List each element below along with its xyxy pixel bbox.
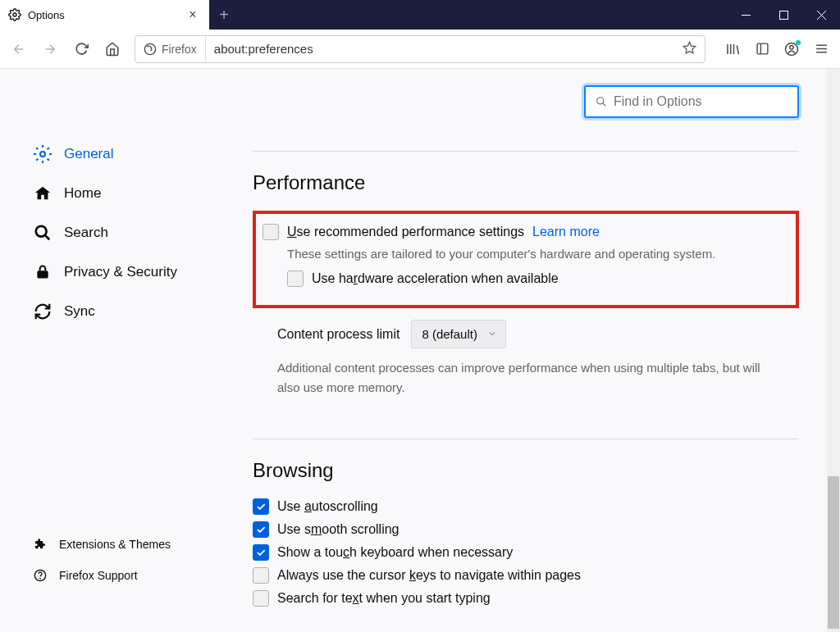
search-icon <box>33 223 52 243</box>
scrollbar-thumb[interactable] <box>828 476 839 629</box>
browsing-label: Always use the cursor keys to navigate w… <box>277 568 581 583</box>
svg-point-11 <box>40 578 41 579</box>
help-icon <box>33 568 48 583</box>
recommended-perf-checkbox[interactable] <box>262 224 279 240</box>
back-button[interactable] <box>5 35 33 63</box>
library-button[interactable] <box>719 35 746 63</box>
sidebar-item-label: Extensions & Themes <box>59 538 171 551</box>
svg-point-6 <box>790 45 794 49</box>
identity-box[interactable]: Firefox <box>135 36 206 62</box>
sidebar-extensions[interactable]: Extensions & Themes <box>33 529 213 560</box>
gear-icon <box>33 144 52 164</box>
performance-heading: Performance <box>253 171 799 194</box>
content-limit-select[interactable]: 8 (default) <box>411 320 506 348</box>
browsing-checkbox-4[interactable] <box>253 590 269 607</box>
divider <box>253 151 799 152</box>
svg-rect-9 <box>37 271 48 278</box>
app-menu-button[interactable] <box>807 35 835 63</box>
new-tab-button[interactable]: + <box>209 0 239 30</box>
svg-marker-3 <box>683 42 695 52</box>
svg-point-12 <box>597 98 604 104</box>
sidebar-item-sync[interactable]: Sync <box>33 292 213 331</box>
hardware-accel-checkbox[interactable] <box>287 271 304 287</box>
sidebar-item-search[interactable]: Search <box>33 213 213 252</box>
learn-more-link[interactable]: Learn more <box>532 225 600 239</box>
reload-button[interactable] <box>67 35 95 63</box>
browsing-checkbox-1[interactable] <box>253 521 269 538</box>
perf-description: These settings are tailored to your comp… <box>287 247 783 261</box>
browsing-label: Search for text when you start typing <box>277 591 491 606</box>
maximize-button[interactable] <box>765 0 802 30</box>
highlighted-region: Use recommended performance settings Lea… <box>253 211 799 308</box>
home-button[interactable] <box>98 35 126 63</box>
content-limit-desc: Additional content processes can improve… <box>277 358 786 398</box>
sidebar-item-label: Sync <box>64 303 95 320</box>
sync-icon <box>33 302 52 321</box>
sidebar-item-label: General <box>64 146 113 162</box>
sidebar-support[interactable]: Firefox Support <box>33 560 213 591</box>
browsing-label: Use smooth scrolling <box>277 522 399 537</box>
browsing-label: Use autoscrolling <box>277 499 378 514</box>
sidebar-item-label: Firefox Support <box>59 569 138 582</box>
recommended-perf-label: Use recommended performance settings <box>287 225 524 239</box>
titlebar: Options × + <box>0 0 840 30</box>
browser-tab[interactable]: Options × <box>0 0 209 30</box>
search-box[interactable] <box>584 85 799 118</box>
browsing-checkbox-3[interactable] <box>253 567 269 584</box>
divider <box>253 439 799 439</box>
forward-button[interactable] <box>36 35 64 63</box>
puzzle-icon <box>33 537 48 552</box>
select-value: 8 (default) <box>422 327 477 341</box>
browsing-option: Use smooth scrolling <box>253 521 799 538</box>
firefox-icon <box>144 43 157 56</box>
svg-point-2 <box>144 43 155 54</box>
search-icon <box>596 96 607 107</box>
url-bar[interactable]: Firefox about:preferences <box>135 35 705 63</box>
svg-point-0 <box>13 13 16 16</box>
scrollbar-track[interactable] <box>827 69 840 632</box>
browsing-option: Show a touch keyboard when necessary <box>253 544 799 561</box>
svg-rect-1 <box>779 11 788 19</box>
category-sidebar: General Home Search Privacy & Security S… <box>0 69 213 632</box>
content-limit-label: Content process limit <box>277 327 399 342</box>
minimize-button[interactable] <box>727 0 765 30</box>
main-pane: Performance Use recommended performance … <box>213 69 840 632</box>
svg-point-8 <box>36 226 47 237</box>
gear-icon <box>8 8 21 21</box>
identity-label: Firefox <box>162 43 197 56</box>
sidebar-item-label: Home <box>64 185 101 202</box>
svg-point-7 <box>40 152 45 157</box>
chevron-down-icon <box>487 327 497 341</box>
close-window-button[interactable] <box>802 0 840 30</box>
browsing-option: Always use the cursor keys to navigate w… <box>253 567 799 584</box>
search-input[interactable] <box>614 94 788 109</box>
browsing-checkbox-2[interactable] <box>253 544 269 561</box>
browsing-heading: Browsing <box>253 459 799 482</box>
bookmark-star-button[interactable] <box>674 41 705 57</box>
sidebar-item-label: Search <box>64 225 108 241</box>
sidebar-item-privacy[interactable]: Privacy & Security <box>33 252 213 292</box>
browsing-label: Show a touch keyboard when necessary <box>277 545 513 560</box>
sidebar-button[interactable] <box>748 35 776 63</box>
preferences-content: General Home Search Privacy & Security S… <box>0 69 840 632</box>
window-controls <box>727 0 840 30</box>
sidebar-item-label: Privacy & Security <box>64 264 177 280</box>
browsing-option: Use autoscrolling <box>253 498 799 515</box>
url-text: about:preferences <box>206 42 674 56</box>
nav-toolbar: Firefox about:preferences <box>0 30 840 69</box>
tab-close-button[interactable]: × <box>185 7 201 22</box>
sidebar-item-home[interactable]: Home <box>33 174 213 213</box>
home-icon <box>33 184 52 203</box>
browsing-option: Search for text when you start typing <box>253 590 799 607</box>
svg-rect-4 <box>757 43 768 54</box>
hardware-accel-label: Use hardware acceleration when available <box>312 271 559 286</box>
notification-dot <box>796 40 801 45</box>
account-button[interactable] <box>778 35 806 63</box>
sidebar-item-general[interactable]: General <box>33 134 213 174</box>
lock-icon <box>33 262 52 282</box>
tab-title: Options <box>28 9 178 21</box>
browsing-checkbox-0[interactable] <box>253 498 269 515</box>
